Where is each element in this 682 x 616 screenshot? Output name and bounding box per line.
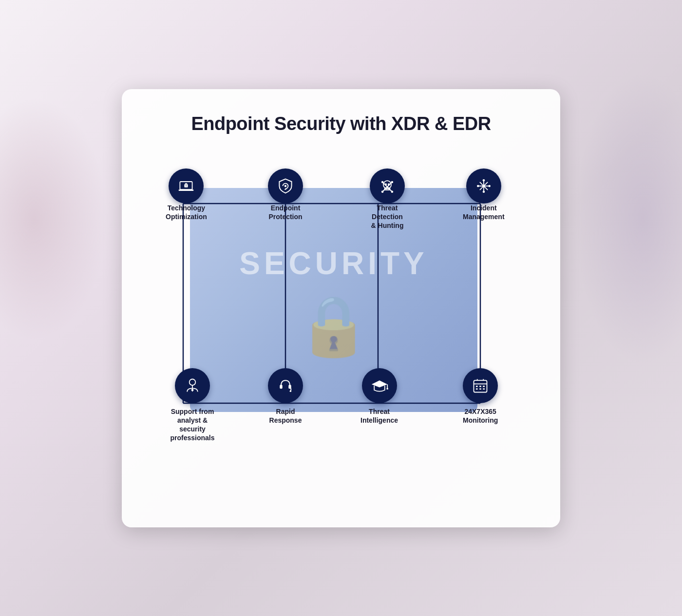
svg-rect-53 [476,386,478,387]
svg-point-25 [381,190,384,193]
shield-check-icon [277,177,294,195]
svg-point-39 [488,185,491,187]
main-card: Endpoint Security with XDR & EDR SECURIT… [122,89,560,527]
node-rapid-icon [268,368,303,403]
node-tech-opt-icon [169,168,204,204]
svg-line-34 [485,182,487,184]
svg-rect-57 [479,388,481,390]
node-tech-opt-label: TechnologyOptimization [166,204,207,221]
svg-point-48 [386,388,388,390]
diagram-container: SECURITY 🔒 TechnologyOptimizatio [151,159,531,461]
node-threat-intel-label: ThreatIntelligence [360,407,398,425]
svg-point-36 [483,179,485,182]
svg-point-26 [391,190,394,193]
node-monitoring-label: 24X7X365Monitoring [463,407,498,425]
node-monitoring: 24X7X365Monitoring [463,368,498,425]
svg-line-33 [485,187,487,189]
svg-line-35 [480,187,482,189]
node-threat-intel-icon [362,368,397,403]
node-incident-management: IncidentManagement [463,168,505,225]
svg-point-24 [391,181,394,183]
graduation-cap-icon [371,377,388,394]
calendar-grid-icon [472,377,489,394]
node-rapid-label: RapidResponse [269,407,302,425]
svg-line-32 [480,182,482,184]
svg-point-23 [381,181,384,183]
svg-point-45 [290,390,292,392]
node-incident-icon [466,168,501,204]
svg-rect-43 [280,385,282,389]
node-support-icon [175,368,210,403]
svg-rect-58 [483,388,485,390]
svg-point-27 [482,184,485,187]
node-support: Support fromanalyst & securityprofession… [166,368,219,443]
svg-point-14 [284,185,287,187]
svg-point-13 [186,185,187,186]
svg-marker-41 [191,388,193,392]
person-tie-icon [184,377,201,394]
node-rapid-response: RapidResponse [268,368,303,425]
svg-point-38 [477,185,479,187]
node-incident-label: IncidentManagement [463,204,505,221]
virus-network-icon [475,177,493,195]
node-support-label: Support fromanalyst & securityprofession… [166,407,219,443]
node-threat-detection: Threat Detection& Hunting [360,168,414,234]
page-title: Endpoint Security with XDR & EDR [191,113,491,134]
svg-rect-55 [483,386,485,387]
svg-point-37 [483,190,485,193]
node-threat-intelligence: ThreatIntelligence [360,368,398,425]
node-technology-optimization: TechnologyOptimization [166,168,207,225]
node-endpoint-prot-icon [268,168,303,204]
skull-crossbones-icon [379,177,396,195]
svg-rect-56 [476,388,478,390]
node-threat-detect-label: Threat Detection& Hunting [360,204,414,230]
headset-icon [277,377,294,394]
svg-point-40 [189,379,196,385]
node-threat-detect-icon [370,168,405,204]
node-endpoint-prot-label: EndpointProtection [268,204,302,221]
node-endpoint-protection: EndpointProtection [268,168,303,225]
svg-rect-54 [479,386,481,387]
svg-rect-11 [179,189,194,191]
node-monitoring-icon [463,368,498,403]
laptop-lock-icon [177,177,195,195]
